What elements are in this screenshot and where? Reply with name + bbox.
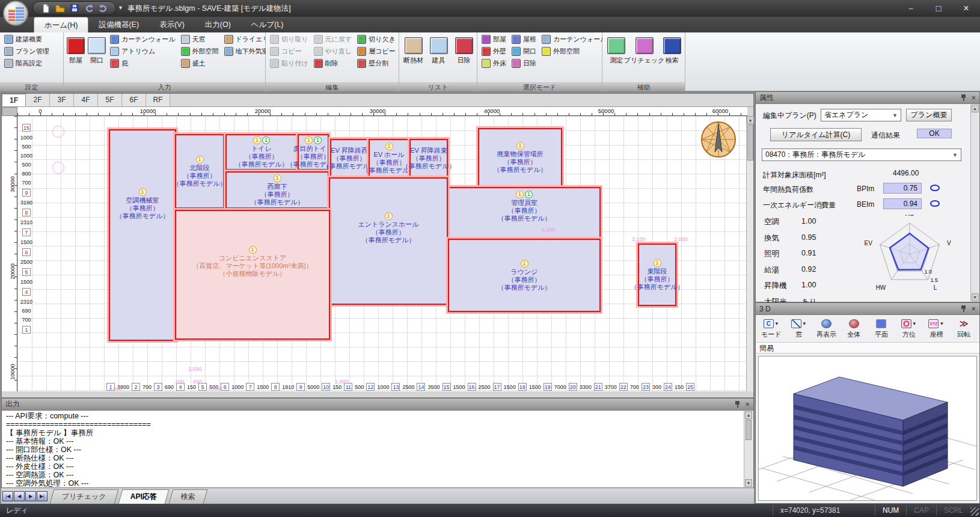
menu-tab-3[interactable]: 出力(O) bbox=[195, 17, 241, 32]
menu-tab-0[interactable]: ホーム(H) bbox=[34, 17, 88, 32]
embankment-button[interactable]: 盛土 bbox=[180, 58, 220, 69]
floor-height-button[interactable]: 階高設定 bbox=[3, 58, 43, 69]
maximize-button[interactable] bbox=[925, 0, 952, 17]
search-button[interactable]: 検索 bbox=[661, 34, 684, 65]
realtime-calc-button[interactable]: リアルタイム計算(C) bbox=[770, 128, 862, 141]
floor-tab-3F[interactable]: 3F bbox=[50, 94, 74, 106]
floor-tab-1F[interactable]: 1F bbox=[2, 94, 26, 106]
select-outer-floor-button[interactable]: 外床 bbox=[480, 58, 507, 69]
orientation-button[interactable]: ▼方位 bbox=[896, 318, 922, 339]
room-9[interactable]: 11管理員室（事務所）（事務所モデル） bbox=[448, 187, 601, 239]
scroll-thumb[interactable] bbox=[747, 124, 753, 161]
first-tab-icon[interactable]: |◀ bbox=[2, 491, 13, 501]
last-tab-icon[interactable]: ▶| bbox=[37, 491, 47, 501]
room-1[interactable]: 1北階段（事務所）（事務所モデル） bbox=[175, 134, 224, 209]
close-icon[interactable]: × bbox=[745, 401, 750, 408]
menu-tab-2[interactable]: 表示(V) bbox=[149, 17, 195, 32]
3d-viewport[interactable] bbox=[758, 356, 977, 501]
output-tab-1[interactable]: API応答 bbox=[118, 489, 169, 504]
scroll-thumb[interactable] bbox=[746, 420, 752, 440]
room-12[interactable]: 1ラウンジ（事務所）（事務所モデル） bbox=[448, 239, 601, 312]
window-view-button[interactable]: ▼窓 bbox=[786, 318, 812, 339]
bei-status-icon[interactable] bbox=[930, 200, 940, 207]
pin-icon[interactable] bbox=[961, 94, 966, 101]
coordinates-button[interactable]: XYZ▼座標 bbox=[923, 318, 950, 339]
pin-icon[interactable] bbox=[961, 305, 966, 312]
menu-tab-4[interactable]: ヘルプ(L) bbox=[241, 17, 294, 32]
refresh-view-button[interactable]: 再表示 bbox=[813, 318, 840, 339]
room-0[interactable]: 1空調機械室（事務所）（事務所モデル） bbox=[109, 129, 176, 341]
room-8[interactable]: 1廃棄物保管場所（事務所）（事務所モデル） bbox=[478, 128, 562, 187]
menu-tab-1[interactable]: 設備機器(E) bbox=[88, 17, 149, 32]
prev-tab-icon[interactable]: ◀ bbox=[14, 491, 25, 501]
mode-button[interactable]: C▼モード bbox=[758, 318, 785, 339]
delete-button[interactable]: 削除 bbox=[313, 58, 354, 69]
floor-tab-2F[interactable]: 2F bbox=[26, 94, 50, 106]
room-11[interactable]: 1コンビニエンスストア（百貨店、マーケット等(1000m²未満)）（小規模物販モ… bbox=[175, 210, 330, 340]
attributes-scrollbar[interactable]: ▲ ▼ bbox=[970, 105, 979, 301]
new-file-icon[interactable] bbox=[39, 2, 52, 14]
wall-split-button[interactable]: 壁分割 bbox=[356, 58, 397, 69]
opening-button[interactable]: 開口 bbox=[88, 34, 106, 65]
plan-select[interactable]: 省エネプラン▼ bbox=[821, 109, 901, 121]
skylight-button[interactable]: 天窓 bbox=[180, 34, 220, 44]
plan-manage-button[interactable]: プラン管理 bbox=[3, 46, 51, 57]
eaves-button[interactable]: 庇 bbox=[109, 58, 177, 69]
floor-tab-6F[interactable]: 6F bbox=[122, 94, 146, 106]
pin-icon[interactable] bbox=[735, 401, 740, 408]
output-scrollbar[interactable]: ▲ ▼ bbox=[744, 411, 753, 487]
curtain-wall-button[interactable]: カーテンウォール bbox=[109, 34, 177, 44]
close-icon[interactable]: × bbox=[971, 305, 976, 313]
bpi-status-icon[interactable] bbox=[930, 185, 940, 191]
insulation-list-button[interactable]: 断熱材 bbox=[402, 34, 424, 65]
room-7[interactable]: EV 昇降路東（事務所）（事務所モデル） bbox=[409, 139, 448, 177]
outdoor-space-button[interactable]: 外部空間 bbox=[180, 46, 220, 57]
select-outdoor-button[interactable]: 外部空間 bbox=[541, 46, 608, 57]
fit-all-button[interactable]: 全体 bbox=[841, 318, 867, 339]
select-roof-button[interactable]: 屋根 bbox=[510, 34, 537, 44]
select-shade-button[interactable]: 日除 bbox=[510, 58, 537, 69]
undo-icon[interactable] bbox=[82, 2, 95, 14]
atrium-button[interactable]: アトリウム bbox=[109, 46, 177, 57]
app-logo-icon[interactable] bbox=[3, 1, 28, 26]
shade-list-button[interactable]: 日除 bbox=[453, 34, 475, 65]
building-model-select[interactable]: 08470：事務所：事務所モデル▼ bbox=[762, 148, 961, 161]
floor-plan-canvas[interactable]: 1380027003690415055006100071500818109500… bbox=[17, 116, 747, 391]
save-icon[interactable] bbox=[68, 2, 81, 14]
close-button[interactable] bbox=[952, 0, 980, 17]
minimize-button[interactable] bbox=[897, 0, 925, 17]
select-room-button[interactable]: 部屋 bbox=[480, 34, 507, 44]
precheck-button[interactable]: プリチェック bbox=[631, 34, 658, 65]
next-tab-icon[interactable]: ▶ bbox=[25, 491, 36, 501]
scroll-down-icon[interactable]: ▼ bbox=[745, 479, 752, 487]
qat-customize-icon[interactable]: ▼ bbox=[118, 5, 123, 11]
layer-copy-button[interactable]: 層コピー bbox=[356, 46, 397, 57]
floor-tab-5F[interactable]: 5F bbox=[98, 94, 122, 106]
fitting-list-button[interactable]: 建具 bbox=[427, 34, 450, 65]
redo-icon[interactable] bbox=[97, 2, 109, 14]
plan-view-button[interactable]: 平面 bbox=[868, 318, 895, 339]
close-icon[interactable]: × bbox=[971, 94, 976, 102]
output-tab-0[interactable]: プリチェック bbox=[50, 489, 119, 504]
open-folder-icon[interactable] bbox=[54, 2, 66, 14]
scroll-up-icon[interactable]: ▲ bbox=[747, 116, 754, 124]
room-4[interactable]: 1西廊下（事務所）（事務所モデル） bbox=[225, 171, 329, 209]
notch-button[interactable]: 切り欠き bbox=[356, 34, 397, 44]
floor-tab-RF[interactable]: RF bbox=[146, 94, 170, 106]
plan-summary-button[interactable]: プラン概要 bbox=[906, 109, 952, 121]
select-opening-button[interactable]: 開口 bbox=[510, 46, 537, 57]
scroll-up-icon[interactable]: ▲ bbox=[972, 105, 979, 112]
room-6[interactable]: 1EV ホール（事務所）（事務所モデル） bbox=[369, 139, 409, 177]
building-overview-button[interactable]: 建築概要 bbox=[3, 34, 43, 44]
room-13[interactable]: 1東階段（事務所）（事務所モデル） bbox=[638, 243, 676, 306]
room-10[interactable]: 1エントランスホール（事務所）（事務所モデル） bbox=[329, 177, 448, 305]
output-tab-2[interactable]: 検索 bbox=[168, 489, 207, 504]
floor-tab-4F[interactable]: 4F bbox=[74, 94, 98, 106]
rotate-button[interactable]: ≫回転 bbox=[951, 318, 977, 339]
select-outer-wall-button[interactable]: 外壁 bbox=[480, 46, 507, 57]
select-curtain-wall-button[interactable]: カーテンウォール bbox=[541, 34, 608, 44]
resize-grip[interactable] bbox=[970, 507, 979, 516]
scroll-down-icon[interactable]: ▼ bbox=[972, 293, 979, 301]
scroll-up-icon[interactable]: ▲ bbox=[745, 411, 752, 419]
canvas-vertical-scrollbar[interactable]: ▲ bbox=[746, 116, 753, 391]
